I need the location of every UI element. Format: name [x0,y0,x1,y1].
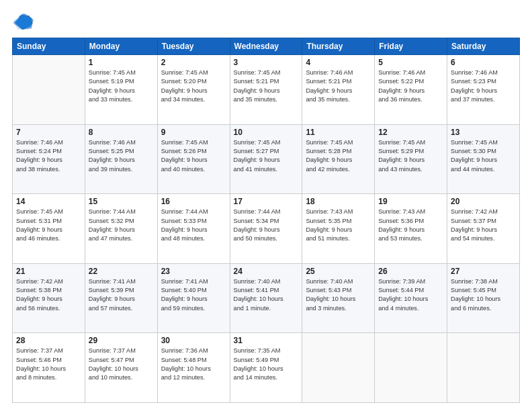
day-number: 17 [234,197,299,206]
calendar-cell: 5Sunrise: 7:46 AM Sunset: 5:22 PM Daylig… [375,55,447,125]
day-info: Sunrise: 7:36 AM Sunset: 5:48 PM Dayligh… [161,347,226,382]
day-number: 28 [16,336,81,345]
day-number: 18 [306,197,371,206]
calendar-cell: 15Sunrise: 7:44 AM Sunset: 5:32 PM Dayli… [85,194,157,264]
day-number: 1 [89,58,154,67]
calendar-cell: 12Sunrise: 7:45 AM Sunset: 5:29 PM Dayli… [375,124,447,194]
day-number: 31 [234,336,299,345]
logo [12,12,36,31]
day-info: Sunrise: 7:45 AM Sunset: 5:31 PM Dayligh… [16,208,81,243]
weekday-saturday: Saturday [447,38,520,55]
day-number: 9 [161,128,226,137]
day-number: 12 [378,128,443,137]
day-info: Sunrise: 7:45 AM Sunset: 5:19 PM Dayligh… [89,68,154,104]
page: SundayMondayTuesdayWednesdayThursdayFrid… [0,0,532,411]
calendar-cell: 8Sunrise: 7:46 AM Sunset: 5:25 PM Daylig… [85,124,157,194]
day-info: Sunrise: 7:45 AM Sunset: 5:26 PM Dayligh… [161,138,226,174]
calendar-cell: 31Sunrise: 7:35 AM Sunset: 5:49 PM Dayli… [230,333,302,403]
calendar-cell: 1Sunrise: 7:45 AM Sunset: 5:19 PM Daylig… [85,55,157,125]
calendar-cell: 4Sunrise: 7:46 AM Sunset: 5:21 PM Daylig… [302,55,375,125]
weekday-wednesday: Wednesday [230,38,302,55]
day-number: 23 [161,267,226,276]
weekday-row: SundayMondayTuesdayWednesdayThursdayFrid… [13,38,520,55]
calendar-cell: 14Sunrise: 7:45 AM Sunset: 5:31 PM Dayli… [13,194,85,264]
day-info: Sunrise: 7:45 AM Sunset: 5:21 PM Dayligh… [234,68,299,104]
day-info: Sunrise: 7:42 AM Sunset: 5:38 PM Dayligh… [16,277,81,313]
weekday-tuesday: Tuesday [157,38,230,55]
calendar-body: 1Sunrise: 7:45 AM Sunset: 5:19 PM Daylig… [13,55,520,403]
day-info: Sunrise: 7:45 AM Sunset: 5:30 PM Dayligh… [451,138,516,174]
calendar-cell: 30Sunrise: 7:36 AM Sunset: 5:48 PM Dayli… [157,333,230,403]
day-info: Sunrise: 7:45 AM Sunset: 5:28 PM Dayligh… [306,138,371,174]
header [12,12,520,31]
weekday-thursday: Thursday [302,38,375,55]
day-info: Sunrise: 7:46 AM Sunset: 5:23 PM Dayligh… [451,68,516,104]
calendar-cell: 20Sunrise: 7:42 AM Sunset: 5:37 PM Dayli… [447,194,520,264]
calendar-cell: 6Sunrise: 7:46 AM Sunset: 5:23 PM Daylig… [447,55,520,125]
weekday-monday: Monday [85,38,157,55]
day-number: 11 [306,128,371,137]
day-number: 5 [378,58,443,67]
calendar-cell [447,333,520,403]
calendar-cell: 7Sunrise: 7:46 AM Sunset: 5:24 PM Daylig… [13,124,85,194]
calendar-table: SundayMondayTuesdayWednesdayThursdayFrid… [12,38,520,403]
day-number: 7 [16,128,81,137]
day-number: 29 [89,336,154,345]
day-number: 20 [451,197,516,206]
calendar-cell: 10Sunrise: 7:45 AM Sunset: 5:27 PM Dayli… [230,124,302,194]
calendar-cell: 11Sunrise: 7:45 AM Sunset: 5:28 PM Dayli… [302,124,375,194]
weekday-friday: Friday [375,38,447,55]
calendar-cell: 18Sunrise: 7:43 AM Sunset: 5:35 PM Dayli… [302,194,375,264]
day-info: Sunrise: 7:44 AM Sunset: 5:34 PM Dayligh… [234,208,299,243]
calendar-cell: 17Sunrise: 7:44 AM Sunset: 5:34 PM Dayli… [230,194,302,264]
calendar-cell: 26Sunrise: 7:39 AM Sunset: 5:44 PM Dayli… [375,263,447,333]
day-info: Sunrise: 7:40 AM Sunset: 5:43 PM Dayligh… [306,277,371,313]
day-info: Sunrise: 7:46 AM Sunset: 5:25 PM Dayligh… [89,138,154,174]
calendar-cell: 2Sunrise: 7:45 AM Sunset: 5:20 PM Daylig… [157,55,230,125]
day-info: Sunrise: 7:45 AM Sunset: 5:29 PM Dayligh… [378,138,443,174]
weekday-sunday: Sunday [13,38,85,55]
calendar-cell: 24Sunrise: 7:40 AM Sunset: 5:41 PM Dayli… [230,263,302,333]
day-number: 15 [89,197,154,206]
day-number: 22 [89,267,154,276]
calendar-cell: 22Sunrise: 7:41 AM Sunset: 5:39 PM Dayli… [85,263,157,333]
day-info: Sunrise: 7:43 AM Sunset: 5:35 PM Dayligh… [306,208,371,243]
day-info: Sunrise: 7:43 AM Sunset: 5:36 PM Dayligh… [378,208,443,243]
day-number: 10 [234,128,299,137]
day-number: 21 [16,267,81,276]
day-number: 8 [89,128,154,137]
calendar-cell: 16Sunrise: 7:44 AM Sunset: 5:33 PM Dayli… [157,194,230,264]
calendar-cell: 3Sunrise: 7:45 AM Sunset: 5:21 PM Daylig… [230,55,302,125]
day-number: 14 [16,197,81,206]
calendar-cell [302,333,375,403]
day-number: 4 [306,58,371,67]
day-info: Sunrise: 7:46 AM Sunset: 5:24 PM Dayligh… [16,138,81,174]
day-number: 16 [161,197,226,206]
day-info: Sunrise: 7:37 AM Sunset: 5:46 PM Dayligh… [16,347,81,382]
calendar-cell: 25Sunrise: 7:40 AM Sunset: 5:43 PM Dayli… [302,263,375,333]
day-info: Sunrise: 7:46 AM Sunset: 5:22 PM Dayligh… [378,68,443,104]
calendar-cell: 29Sunrise: 7:37 AM Sunset: 5:47 PM Dayli… [85,333,157,403]
day-info: Sunrise: 7:44 AM Sunset: 5:33 PM Dayligh… [161,208,226,243]
day-number: 27 [451,267,516,276]
day-info: Sunrise: 7:38 AM Sunset: 5:45 PM Dayligh… [451,277,516,313]
calendar-cell: 13Sunrise: 7:45 AM Sunset: 5:30 PM Dayli… [447,124,520,194]
day-info: Sunrise: 7:45 AM Sunset: 5:27 PM Dayligh… [234,138,299,174]
day-number: 19 [378,197,443,206]
day-number: 6 [451,58,516,67]
day-number: 30 [161,336,226,345]
day-info: Sunrise: 7:44 AM Sunset: 5:32 PM Dayligh… [89,208,154,243]
day-info: Sunrise: 7:35 AM Sunset: 5:49 PM Dayligh… [234,347,299,382]
day-number: 25 [306,267,371,276]
day-info: Sunrise: 7:37 AM Sunset: 5:47 PM Dayligh… [89,347,154,382]
week-row-2: 7Sunrise: 7:46 AM Sunset: 5:24 PM Daylig… [13,124,520,194]
week-row-1: 1Sunrise: 7:45 AM Sunset: 5:19 PM Daylig… [13,55,520,125]
calendar-cell: 21Sunrise: 7:42 AM Sunset: 5:38 PM Dayli… [13,263,85,333]
day-info: Sunrise: 7:40 AM Sunset: 5:41 PM Dayligh… [234,277,299,313]
day-number: 3 [234,58,299,67]
calendar-cell [375,333,447,403]
calendar-cell: 9Sunrise: 7:45 AM Sunset: 5:26 PM Daylig… [157,124,230,194]
logo-icon [12,12,34,31]
week-row-4: 21Sunrise: 7:42 AM Sunset: 5:38 PM Dayli… [13,263,520,333]
day-info: Sunrise: 7:41 AM Sunset: 5:39 PM Dayligh… [89,277,154,313]
